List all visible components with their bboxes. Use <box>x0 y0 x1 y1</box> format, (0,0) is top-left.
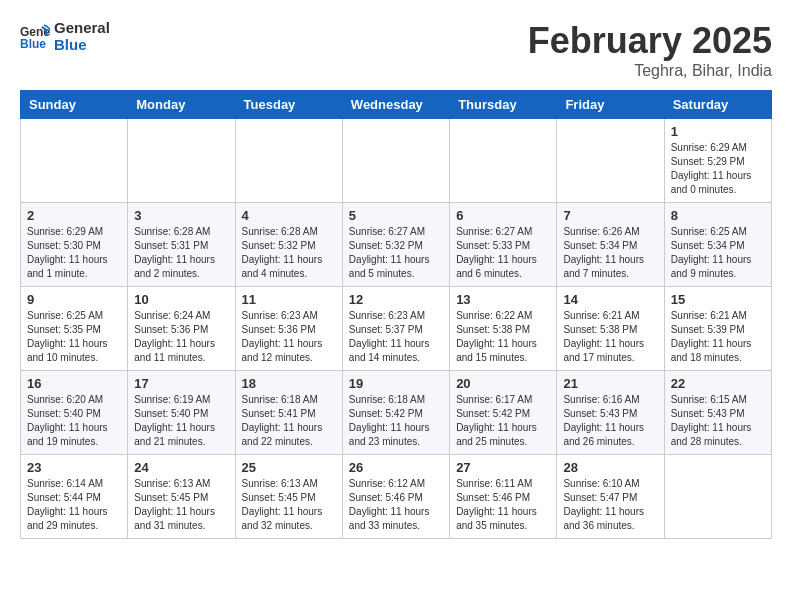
day-info: Sunrise: 6:23 AM Sunset: 5:37 PM Dayligh… <box>349 309 443 365</box>
day-number: 5 <box>349 208 443 223</box>
day-number: 20 <box>456 376 550 391</box>
day-number: 24 <box>134 460 228 475</box>
day-number: 27 <box>456 460 550 475</box>
calendar-week-2: 2Sunrise: 6:29 AM Sunset: 5:30 PM Daylig… <box>21 203 772 287</box>
day-info: Sunrise: 6:16 AM Sunset: 5:43 PM Dayligh… <box>563 393 657 449</box>
day-info: Sunrise: 6:14 AM Sunset: 5:44 PM Dayligh… <box>27 477 121 533</box>
day-number: 15 <box>671 292 765 307</box>
calendar-cell: 14Sunrise: 6:21 AM Sunset: 5:38 PM Dayli… <box>557 287 664 371</box>
calendar-cell: 26Sunrise: 6:12 AM Sunset: 5:46 PM Dayli… <box>342 455 449 539</box>
calendar-cell <box>342 119 449 203</box>
calendar-cell: 19Sunrise: 6:18 AM Sunset: 5:42 PM Dayli… <box>342 371 449 455</box>
calendar: SundayMondayTuesdayWednesdayThursdayFrid… <box>20 90 772 539</box>
day-number: 8 <box>671 208 765 223</box>
calendar-cell: 27Sunrise: 6:11 AM Sunset: 5:46 PM Dayli… <box>450 455 557 539</box>
day-number: 13 <box>456 292 550 307</box>
day-number: 22 <box>671 376 765 391</box>
day-info: Sunrise: 6:11 AM Sunset: 5:46 PM Dayligh… <box>456 477 550 533</box>
calendar-cell <box>557 119 664 203</box>
day-header-wednesday: Wednesday <box>342 91 449 119</box>
day-number: 2 <box>27 208 121 223</box>
logo-text: General Blue <box>54 20 110 53</box>
calendar-week-1: 1Sunrise: 6:29 AM Sunset: 5:29 PM Daylig… <box>21 119 772 203</box>
day-number: 21 <box>563 376 657 391</box>
location-title: Teghra, Bihar, India <box>528 62 772 80</box>
day-info: Sunrise: 6:23 AM Sunset: 5:36 PM Dayligh… <box>242 309 336 365</box>
day-number: 19 <box>349 376 443 391</box>
day-info: Sunrise: 6:13 AM Sunset: 5:45 PM Dayligh… <box>242 477 336 533</box>
day-number: 4 <box>242 208 336 223</box>
calendar-cell: 20Sunrise: 6:17 AM Sunset: 5:42 PM Dayli… <box>450 371 557 455</box>
month-title: February 2025 <box>528 20 772 62</box>
day-info: Sunrise: 6:18 AM Sunset: 5:41 PM Dayligh… <box>242 393 336 449</box>
calendar-cell: 4Sunrise: 6:28 AM Sunset: 5:32 PM Daylig… <box>235 203 342 287</box>
day-header-friday: Friday <box>557 91 664 119</box>
calendar-cell: 15Sunrise: 6:21 AM Sunset: 5:39 PM Dayli… <box>664 287 771 371</box>
day-info: Sunrise: 6:22 AM Sunset: 5:38 PM Dayligh… <box>456 309 550 365</box>
logo-icon: General Blue <box>20 22 50 52</box>
calendar-cell: 23Sunrise: 6:14 AM Sunset: 5:44 PM Dayli… <box>21 455 128 539</box>
day-info: Sunrise: 6:15 AM Sunset: 5:43 PM Dayligh… <box>671 393 765 449</box>
day-info: Sunrise: 6:27 AM Sunset: 5:32 PM Dayligh… <box>349 225 443 281</box>
day-number: 16 <box>27 376 121 391</box>
day-info: Sunrise: 6:10 AM Sunset: 5:47 PM Dayligh… <box>563 477 657 533</box>
day-number: 9 <box>27 292 121 307</box>
calendar-cell: 11Sunrise: 6:23 AM Sunset: 5:36 PM Dayli… <box>235 287 342 371</box>
calendar-cell <box>664 455 771 539</box>
day-info: Sunrise: 6:25 AM Sunset: 5:34 PM Dayligh… <box>671 225 765 281</box>
day-number: 1 <box>671 124 765 139</box>
calendar-cell: 1Sunrise: 6:29 AM Sunset: 5:29 PM Daylig… <box>664 119 771 203</box>
calendar-cell <box>21 119 128 203</box>
calendar-cell: 3Sunrise: 6:28 AM Sunset: 5:31 PM Daylig… <box>128 203 235 287</box>
day-number: 14 <box>563 292 657 307</box>
day-info: Sunrise: 6:27 AM Sunset: 5:33 PM Dayligh… <box>456 225 550 281</box>
calendar-week-3: 9Sunrise: 6:25 AM Sunset: 5:35 PM Daylig… <box>21 287 772 371</box>
day-info: Sunrise: 6:26 AM Sunset: 5:34 PM Dayligh… <box>563 225 657 281</box>
calendar-cell: 21Sunrise: 6:16 AM Sunset: 5:43 PM Dayli… <box>557 371 664 455</box>
calendar-cell: 8Sunrise: 6:25 AM Sunset: 5:34 PM Daylig… <box>664 203 771 287</box>
calendar-cell: 16Sunrise: 6:20 AM Sunset: 5:40 PM Dayli… <box>21 371 128 455</box>
day-header-sunday: Sunday <box>21 91 128 119</box>
calendar-week-5: 23Sunrise: 6:14 AM Sunset: 5:44 PM Dayli… <box>21 455 772 539</box>
calendar-cell <box>128 119 235 203</box>
day-number: 23 <box>27 460 121 475</box>
day-number: 6 <box>456 208 550 223</box>
calendar-cell: 25Sunrise: 6:13 AM Sunset: 5:45 PM Dayli… <box>235 455 342 539</box>
calendar-cell: 6Sunrise: 6:27 AM Sunset: 5:33 PM Daylig… <box>450 203 557 287</box>
day-number: 18 <box>242 376 336 391</box>
calendar-cell: 13Sunrise: 6:22 AM Sunset: 5:38 PM Dayli… <box>450 287 557 371</box>
calendar-cell: 12Sunrise: 6:23 AM Sunset: 5:37 PM Dayli… <box>342 287 449 371</box>
calendar-cell: 5Sunrise: 6:27 AM Sunset: 5:32 PM Daylig… <box>342 203 449 287</box>
day-info: Sunrise: 6:29 AM Sunset: 5:30 PM Dayligh… <box>27 225 121 281</box>
day-info: Sunrise: 6:12 AM Sunset: 5:46 PM Dayligh… <box>349 477 443 533</box>
logo: General Blue General Blue <box>20 20 110 53</box>
calendar-cell <box>235 119 342 203</box>
calendar-header-row: SundayMondayTuesdayWednesdayThursdayFrid… <box>21 91 772 119</box>
calendar-cell: 22Sunrise: 6:15 AM Sunset: 5:43 PM Dayli… <box>664 371 771 455</box>
header: General Blue General Blue February 2025 … <box>20 20 772 80</box>
calendar-cell: 28Sunrise: 6:10 AM Sunset: 5:47 PM Dayli… <box>557 455 664 539</box>
day-number: 28 <box>563 460 657 475</box>
day-number: 7 <box>563 208 657 223</box>
day-info: Sunrise: 6:28 AM Sunset: 5:32 PM Dayligh… <box>242 225 336 281</box>
calendar-cell: 2Sunrise: 6:29 AM Sunset: 5:30 PM Daylig… <box>21 203 128 287</box>
day-info: Sunrise: 6:21 AM Sunset: 5:39 PM Dayligh… <box>671 309 765 365</box>
calendar-cell: 24Sunrise: 6:13 AM Sunset: 5:45 PM Dayli… <box>128 455 235 539</box>
calendar-cell: 7Sunrise: 6:26 AM Sunset: 5:34 PM Daylig… <box>557 203 664 287</box>
day-info: Sunrise: 6:28 AM Sunset: 5:31 PM Dayligh… <box>134 225 228 281</box>
title-area: February 2025 Teghra, Bihar, India <box>528 20 772 80</box>
calendar-cell: 18Sunrise: 6:18 AM Sunset: 5:41 PM Dayli… <box>235 371 342 455</box>
calendar-cell: 10Sunrise: 6:24 AM Sunset: 5:36 PM Dayli… <box>128 287 235 371</box>
day-info: Sunrise: 6:19 AM Sunset: 5:40 PM Dayligh… <box>134 393 228 449</box>
day-number: 10 <box>134 292 228 307</box>
day-info: Sunrise: 6:13 AM Sunset: 5:45 PM Dayligh… <box>134 477 228 533</box>
day-number: 3 <box>134 208 228 223</box>
day-info: Sunrise: 6:20 AM Sunset: 5:40 PM Dayligh… <box>27 393 121 449</box>
day-info: Sunrise: 6:24 AM Sunset: 5:36 PM Dayligh… <box>134 309 228 365</box>
day-info: Sunrise: 6:18 AM Sunset: 5:42 PM Dayligh… <box>349 393 443 449</box>
calendar-cell <box>450 119 557 203</box>
day-info: Sunrise: 6:17 AM Sunset: 5:42 PM Dayligh… <box>456 393 550 449</box>
day-number: 25 <box>242 460 336 475</box>
day-info: Sunrise: 6:29 AM Sunset: 5:29 PM Dayligh… <box>671 141 765 197</box>
day-header-tuesday: Tuesday <box>235 91 342 119</box>
